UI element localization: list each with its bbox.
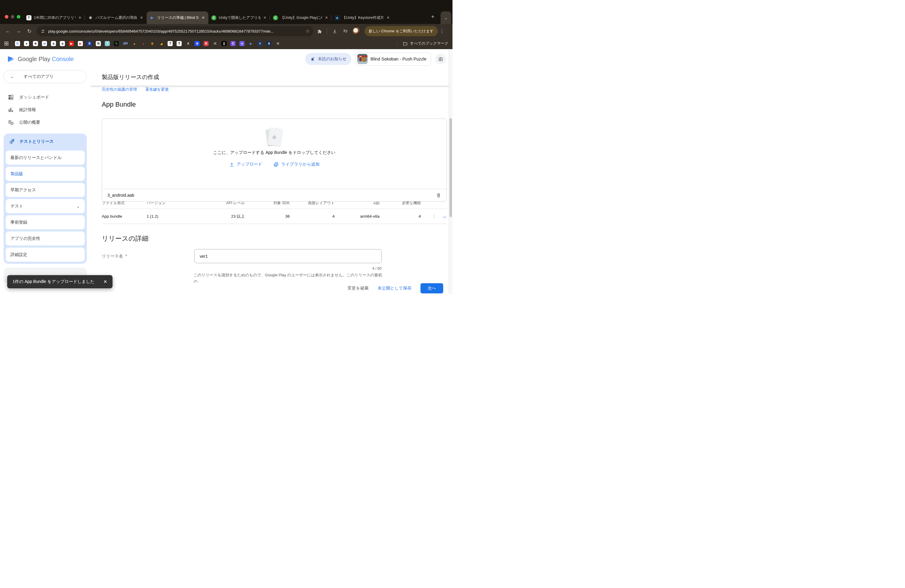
play-arrow-favicon[interactable]: ▶ (248, 41, 254, 46)
chrome-update-chip[interactable]: 新しい Chrome をご利用いただけます (365, 26, 438, 36)
section-header-test-release[interactable]: テストとリリース (6, 135, 85, 148)
amazon-jp-favicon[interactable]: a (60, 41, 65, 46)
c-circle-favicon[interactable]: C (230, 41, 235, 46)
chatgpt-favicon[interactable]: ❋ (33, 41, 38, 46)
sidebar-item-early-access[interactable]: 早期アクセス (6, 183, 85, 197)
sidebar-item-dashboard[interactable]: ダッシュボード (3, 91, 87, 103)
close-window-button[interactable] (5, 15, 8, 19)
reload-icon[interactable]: ↻ (25, 26, 34, 36)
sidebar-item-label: テスト (11, 203, 23, 209)
browser-tabstrip: T 1年間に20本のアプリリリー ✕ ❋ パズルゲーム選択の理由 ✕ ▶ リリー… (0, 0, 452, 24)
sidebar-item-statistics[interactable]: 統計情報 (3, 103, 87, 116)
save-as-draft-button[interactable]: 未公開として保存 (378, 286, 411, 291)
flame-favicon[interactable]: ▲ (132, 41, 137, 46)
unread-notifications-button[interactable]: 未読のお知らせ (305, 53, 351, 65)
ads-favicon[interactable]: ◢ (159, 41, 164, 46)
table-header-row: ファイル形式 バージョン API レベル 対象 SDK 画面レイアウト ABI … (102, 198, 447, 209)
sidebar-item-publishing-overview[interactable]: 公開の概要 (3, 116, 87, 129)
upload-button[interactable]: アップロード (229, 162, 262, 167)
address-bar[interactable]: play.google.com/console/u/0/developers/6… (37, 26, 313, 36)
toast-close-icon[interactable]: ✕ (103, 279, 108, 284)
tab-keystore-article[interactable]: ◈ 【Unity】Keystore作成方法 ✕ (332, 11, 393, 24)
tedlab-favicon[interactable]: T (105, 41, 110, 46)
close-icon[interactable]: ✕ (324, 16, 329, 20)
drop-zone[interactable]: ❖ ここに、アップロードする App Bundle をドロップしてください アッ… (102, 128, 446, 189)
tab-note-article[interactable]: T 1年間に20本のアプリリリー ✕ (23, 11, 85, 24)
chatgpt-icon: ❋ (88, 15, 93, 21)
add-from-library-button[interactable]: ライブラリから追加 (273, 162, 319, 167)
close-icon[interactable]: ✕ (263, 16, 267, 20)
github-favicon[interactable]: ● (24, 41, 29, 46)
tab-search-button[interactable]: ⌄ (441, 11, 451, 24)
chevron-site-favicon[interactable]: > (257, 41, 262, 46)
play-console-logo[interactable]: Google PlayConsole (6, 55, 74, 63)
ring-favicon[interactable]: ◕ (141, 41, 146, 46)
lambda-favicon[interactable]: Λ (186, 41, 191, 46)
sidebar-item-testing[interactable]: テスト ⌄ (6, 199, 85, 213)
next-button[interactable]: 次へ (421, 283, 443, 293)
google-favicon[interactable]: G (15, 41, 20, 46)
youtube-favicon[interactable]: ▶ (69, 41, 74, 46)
brackets-favicon[interactable]: [] (221, 41, 227, 46)
delete-file-icon[interactable] (436, 193, 441, 198)
bundle-stack-icon: ❖ (265, 128, 284, 147)
apps-grid-icon[interactable] (4, 41, 9, 46)
page-scrollbar[interactable] (449, 49, 452, 294)
bolt-favicon[interactable]: ϟ (114, 41, 119, 46)
close-icon[interactable]: ✕ (386, 16, 390, 20)
profile-avatar[interactable] (352, 27, 360, 35)
download-icon[interactable] (330, 26, 340, 36)
all-apps-back-button[interactable]: ← すべてのアプリ (3, 70, 87, 83)
row-menu-icon[interactable]: ⋮ (432, 213, 437, 219)
back-icon[interactable]: ← (3, 26, 13, 36)
close-icon[interactable]: ✕ (201, 16, 205, 20)
close-icon[interactable]: ✕ (78, 16, 82, 20)
t-white-2-favicon[interactable]: T (176, 41, 182, 46)
sidebar-item-advanced-settings[interactable]: 詳細設定 (6, 248, 85, 262)
openai-blue-favicon[interactable]: ❋ (195, 41, 200, 46)
browser-menu-icon[interactable]: ⋮ (439, 26, 445, 36)
cell-version: 1 (1.2) (147, 214, 192, 219)
extensions-puzzle-icon[interactable] (314, 26, 324, 36)
app-icon (357, 54, 367, 64)
apple-favicon[interactable]: ⌘ (213, 41, 218, 46)
change-signing-key-link[interactable]: 署名鍵を変更 (145, 87, 169, 92)
scrollbar-thumb[interactable] (449, 118, 452, 217)
sidebar-item-production[interactable]: 製品版 (6, 167, 85, 181)
voxd-favicon[interactable]: v (240, 41, 245, 46)
analytics-favicon[interactable]: ılı (150, 41, 155, 46)
row-detail-arrow-icon[interactable]: → (441, 213, 447, 219)
translate-favicon[interactable]: ⇄ (42, 41, 47, 46)
id-badge-icon (438, 57, 443, 62)
tab-unity-blog-1[interactable]: C Unityで開発したアプリをGo ✕ (208, 11, 270, 24)
release-name-input[interactable] (195, 249, 381, 263)
amazon-favicon[interactable]: a (51, 41, 56, 46)
api-favicon[interactable]: API (123, 41, 128, 46)
app-selector[interactable]: Blind Sokoban - Push Puzzle (356, 52, 431, 65)
account-badge-button[interactable] (435, 54, 446, 64)
apple-2-favicon[interactable]: ⌘ (275, 41, 280, 46)
ii-favicon[interactable]: ii (266, 41, 272, 46)
new-tab-button[interactable]: + (429, 13, 437, 21)
sidebar-item-app-integrity[interactable]: アプリの完全性 (6, 231, 85, 245)
tab-chatgpt[interactable]: ❋ パズルゲーム選択の理由 ✕ (85, 11, 147, 24)
tune-icon[interactable] (41, 29, 45, 33)
sidebar-item-latest-releases[interactable]: 最新のリリースとバンドル (6, 151, 85, 165)
close-icon[interactable]: ✕ (140, 16, 144, 20)
bookmark-star-icon[interactable]: ☆ (304, 27, 311, 35)
tab-play-console-active[interactable]: ▶ リリースの準備 | Blind Soko ✕ (147, 11, 208, 24)
zoom-window-button[interactable] (17, 15, 21, 19)
youtube-music-favicon[interactable]: ▶ (78, 41, 83, 46)
forward-icon[interactable]: → (14, 26, 23, 36)
all-bookmarks-label[interactable]: すべてのブックマーク (410, 41, 448, 46)
discard-changes-button[interactable]: 変更を破棄 (348, 286, 368, 291)
t-white-favicon[interactable]: T (168, 41, 173, 46)
minimize-window-button[interactable] (11, 15, 14, 19)
note-favicon[interactable]: N (96, 41, 101, 46)
sbi-favicon[interactable]: S (87, 41, 92, 46)
sidebar-item-preregistration[interactable]: 事前登録 (6, 215, 85, 229)
tab-unity-blog-2[interactable]: C 【Unity】Google PlayにAP ✕ (270, 11, 332, 24)
integrity-protection-link[interactable]: 完全性の保護の管理 (102, 87, 137, 92)
rc-favicon[interactable]: R (203, 41, 209, 46)
media-playlist-icon[interactable] (341, 26, 350, 36)
